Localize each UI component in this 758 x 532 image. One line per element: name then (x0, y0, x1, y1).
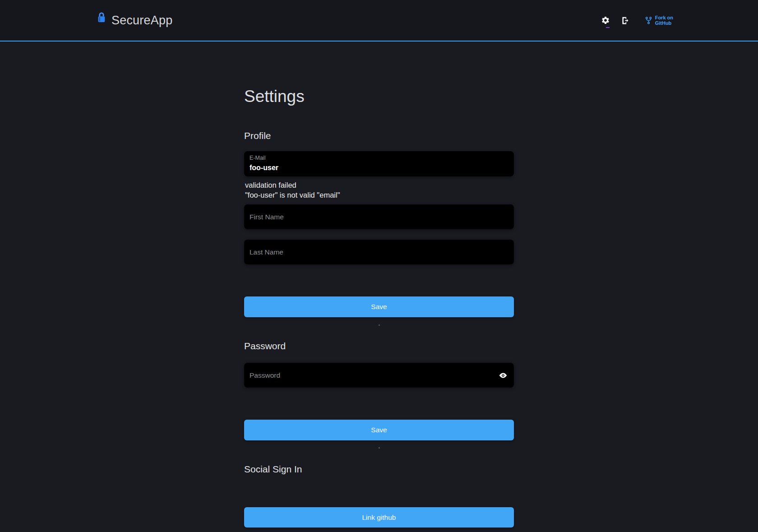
lock-icon (97, 11, 106, 23)
last-name-field-container (244, 240, 514, 264)
password-field-container (244, 363, 514, 388)
logout-button[interactable] (619, 14, 632, 27)
app-logo[interactable]: SecureApp (97, 14, 172, 28)
email-field-label: E-Mail (250, 155, 508, 162)
first-name-field-container (244, 204, 514, 229)
git-fork-icon (645, 16, 652, 25)
tiny-dot-marker (379, 324, 380, 326)
app-name: SecureApp (111, 14, 172, 28)
link-github-button[interactable]: Link github (244, 507, 514, 527)
toggle-password-visibility-button[interactable] (496, 368, 510, 383)
gear-icon (601, 16, 610, 25)
profile-save-button[interactable]: Save (244, 296, 514, 317)
email-input[interactable] (250, 162, 508, 173)
gear-underline-mark (606, 27, 610, 28)
settings-gear-button[interactable] (599, 14, 612, 27)
app-header: SecureApp (0, 0, 758, 42)
first-name-input[interactable] (244, 204, 514, 229)
email-field-container: E-Mail (244, 151, 514, 176)
settings-page: Settings Profile E-Mail validation faile… (244, 87, 514, 527)
social-sign-in-heading: Social Sign In (244, 464, 514, 475)
password-section-heading: Password (244, 341, 514, 352)
fork-on-github-link[interactable]: Fork on GitHub (645, 15, 673, 26)
last-name-input[interactable] (244, 240, 514, 264)
profile-section-heading: Profile (244, 130, 514, 141)
validation-error-line1: validation failed (245, 180, 514, 190)
validation-error-line2: "foo-user" is not valid "email" (245, 190, 514, 200)
password-input[interactable] (244, 363, 514, 388)
email-validation-error: validation failed "foo-user" is not vali… (244, 180, 514, 200)
tiny-dot-marker (379, 447, 380, 449)
eye-icon (499, 371, 508, 380)
fork-link-label: Fork on GitHub (655, 15, 673, 26)
page-title: Settings (244, 87, 514, 106)
logout-door-icon (620, 16, 630, 25)
password-save-button[interactable]: Save (244, 420, 514, 440)
header-actions: Fork on GitHub (599, 14, 673, 27)
